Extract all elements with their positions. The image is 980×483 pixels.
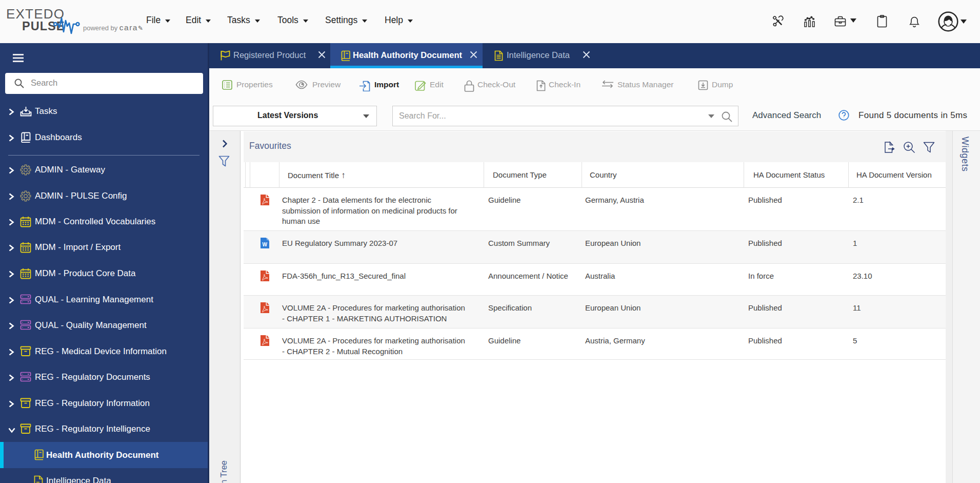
svg-text:W: W (262, 242, 267, 247)
